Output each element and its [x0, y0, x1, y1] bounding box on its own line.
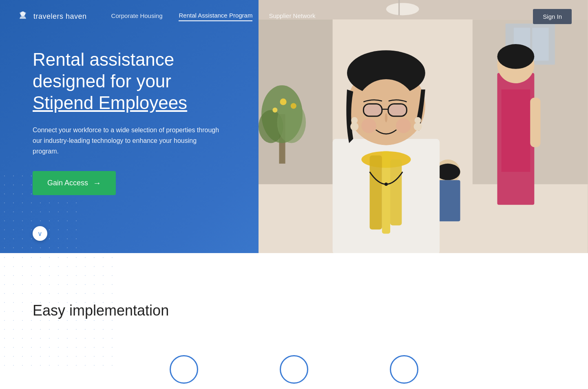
hero-section: Rental assistance designed for your Stip… [0, 0, 588, 253]
svg-point-35 [356, 79, 417, 145]
hero-description: Connect your workforce to a wide selecti… [33, 125, 220, 156]
cta-arrow-icon: → [93, 178, 101, 188]
nav-corporate-housing[interactable]: Corporate Housing [111, 12, 163, 21]
svg-point-16 [280, 98, 287, 105]
svg-rect-30 [390, 160, 402, 226]
svg-point-18 [291, 103, 296, 109]
nav-supplier-network[interactable]: Supplier Network [269, 12, 315, 21]
icon-circle-2 [280, 355, 308, 384]
svg-rect-40 [389, 105, 406, 116]
svg-rect-31 [382, 151, 390, 234]
svg-point-21 [497, 44, 535, 69]
hero-title-line1: Rental assistance [33, 49, 174, 69]
svg-point-2 [24, 12, 26, 14]
photo-background [259, 0, 588, 253]
svg-point-17 [273, 108, 278, 113]
svg-rect-29 [370, 156, 382, 230]
logo-link[interactable]: travelers haven [16, 10, 87, 23]
svg-point-45 [362, 118, 376, 133]
svg-point-42 [351, 122, 359, 131]
svg-point-15 [277, 102, 306, 143]
svg-point-46 [396, 118, 411, 133]
svg-rect-39 [365, 105, 381, 116]
gain-access-label: Gain Access [47, 179, 88, 187]
gain-access-button[interactable]: Gain Access → [33, 171, 116, 195]
svg-point-44 [414, 122, 422, 131]
nav-links: Corporate Housing Rental Assistance Prog… [111, 12, 533, 21]
navbar: travelers haven Corporate Housing Rental… [0, 0, 588, 33]
svg-rect-22 [502, 89, 531, 172]
below-hero-section: Easy implementation [0, 253, 588, 389]
logo-icon [16, 10, 29, 23]
icon-circle-3 [390, 355, 418, 384]
logo-text: travelers haven [33, 12, 87, 21]
hero-title-underline: Stipend Employees [33, 93, 187, 113]
nav-rental-assistance[interactable]: Rental Assistance Program [179, 12, 252, 21]
sign-in-button[interactable]: Sign In [533, 9, 572, 24]
svg-point-0 [20, 11, 25, 16]
svg-point-32 [385, 182, 388, 186]
easy-implementation-title: Easy implementation [33, 302, 555, 319]
chevron-down-icon: ∨ [38, 230, 42, 238]
hero-content: Rental assistance designed for your Stip… [33, 49, 220, 195]
svg-point-1 [20, 12, 21, 14]
svg-rect-23 [531, 98, 541, 147]
hero-title-line2: designed for your [33, 71, 171, 91]
icons-row [0, 355, 588, 389]
navbar-right: Sign In [533, 9, 572, 24]
hero-image [259, 0, 588, 253]
icon-circle-1 [170, 355, 198, 384]
hero-title: Rental assistance designed for your Stip… [33, 49, 220, 113]
scroll-indicator[interactable]: ∨ [33, 226, 47, 241]
